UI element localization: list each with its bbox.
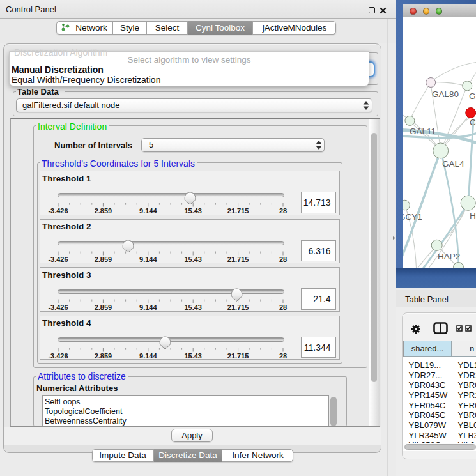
- svg-text:HAP2: HAP2: [438, 252, 460, 261]
- svg-text:GAL11: GAL11: [410, 127, 436, 136]
- svg-text:GAL80: GAL80: [432, 89, 459, 99]
- svg-text:GAL4: GAL4: [442, 159, 464, 169]
- svg-text:G.: G.: [469, 91, 476, 101]
- svg-text:GCY1: GCY1: [403, 212, 422, 222]
- svg-text:C: C: [470, 118, 476, 127]
- svg-text:H: H: [470, 211, 476, 220]
